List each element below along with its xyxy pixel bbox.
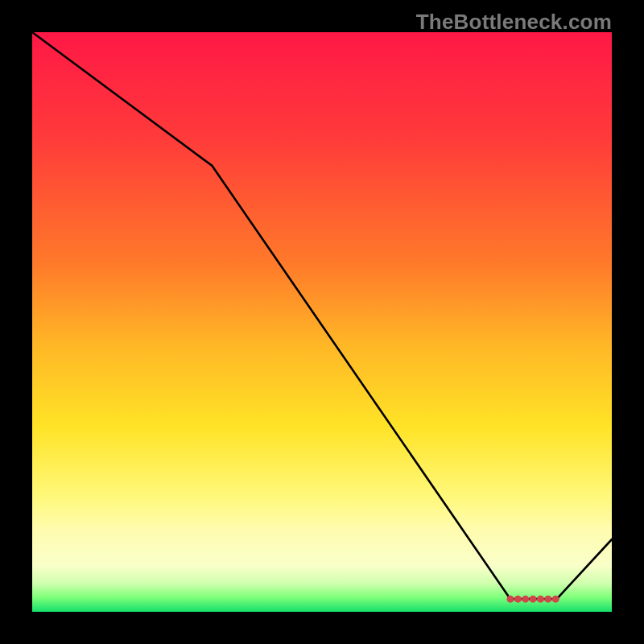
marker-cluster [507,596,559,603]
curve-line [32,32,612,599]
marker-point [530,596,537,603]
marker-point [537,596,544,603]
watermark-text: TheBottleneck.com [416,10,612,35]
marker-point [544,596,551,603]
chart-frame: TheBottleneck.com [0,0,644,644]
marker-point [522,596,529,603]
plot-area [32,32,612,612]
chart-svg [32,32,612,612]
marker-point [507,596,514,603]
marker-point [552,596,559,603]
marker-point [514,596,522,603]
